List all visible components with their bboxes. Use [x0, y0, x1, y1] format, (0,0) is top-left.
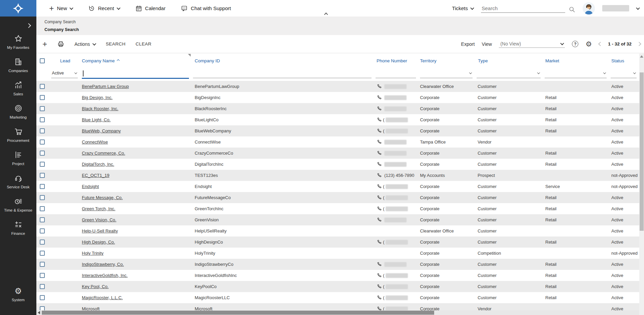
print-icon[interactable]	[57, 40, 64, 48]
search-input[interactable]	[481, 4, 565, 13]
select-all-checkbox[interactable]	[40, 58, 45, 63]
column-grip[interactable]	[188, 54, 191, 57]
company-id-filter-input[interactable]	[194, 70, 371, 75]
search-button[interactable]: SEARCH	[106, 41, 126, 46]
row-checkbox[interactable]	[40, 228, 45, 233]
table-row[interactable]: Help-U-Sell Realty HelpUSellRealty Clear…	[36, 225, 639, 237]
row-checkbox[interactable]	[40, 251, 45, 256]
table-row[interactable]: DigitalTorch, Inc. DigitalTorchInc Corpo…	[36, 159, 639, 170]
tickets-menu[interactable]: Tickets	[452, 5, 474, 11]
sidebar-item-time-expense[interactable]: Time & Expense	[0, 193, 36, 217]
table-row[interactable]: Future Message, Co. FutureMessageCo ( Co…	[36, 192, 639, 203]
scroll-up-arrow[interactable]	[640, 55, 643, 58]
calendar-button[interactable]: Calendar	[135, 5, 166, 12]
company-name-link[interactable]: Green Vision, Co.	[82, 217, 116, 222]
row-checkbox[interactable]	[40, 240, 45, 245]
horizontal-scrollbar[interactable]	[36, 310, 639, 315]
table-row[interactable]: High Design, Co. HighDesignCo ( Corporat…	[36, 237, 639, 248]
horizontal-scrollbar-thumb[interactable]	[42, 311, 434, 315]
table-row[interactable]: ConnectWise ConnectWise Tampa Office Ven…	[36, 136, 639, 148]
column-header-territory[interactable]: Territory	[419, 58, 475, 63]
search-icon[interactable]	[569, 6, 575, 13]
table-row[interactable]: MagicRooster, L.L.C. MagicRoosterLLC ( C…	[36, 292, 639, 303]
table-row[interactable]: Green Vision, Co. GreenVision Corporate …	[36, 214, 639, 225]
company-name-link[interactable]: Future Message, Co.	[82, 195, 123, 200]
avatar[interactable]	[583, 2, 595, 14]
row-checkbox[interactable]	[40, 84, 45, 89]
table-row[interactable]: IndigoStrawberry, Co. IndigoStrawberryCo…	[36, 259, 639, 270]
next-page-icon[interactable]	[637, 42, 641, 46]
row-checkbox[interactable]	[40, 162, 45, 167]
vertical-scrollbar-thumb[interactable]	[640, 72, 644, 231]
sidebar-item-sales[interactable]: Sales	[0, 77, 36, 100]
table-row[interactable]: InteractiveGoldfish, Inc. InteractiveGol…	[36, 270, 639, 281]
new-menu[interactable]: + New	[49, 5, 73, 12]
sidebar-item-marketing[interactable]: Marketing	[0, 100, 36, 124]
company-name-link[interactable]: MagicRooster, L.L.C.	[82, 295, 123, 300]
lead-filter-select[interactable]: Active	[51, 69, 78, 78]
phone-icon[interactable]	[377, 195, 382, 200]
company-name-link[interactable]: Green Torch, Inc.	[82, 206, 115, 211]
table-row[interactable]: Black Rooster, Inc. BlackRoosterInc Corp…	[36, 103, 639, 114]
phone-icon[interactable]	[377, 262, 382, 267]
scroll-left-arrow[interactable]	[38, 311, 40, 314]
column-header-market[interactable]: Market	[543, 58, 609, 63]
company-name-link[interactable]: IndigoStrawberry, Co.	[82, 262, 124, 267]
row-checkbox[interactable]	[40, 195, 45, 200]
sidebar-item-finance[interactable]: Finance	[0, 217, 36, 240]
company-name-link[interactable]: Holy Trinity	[82, 251, 103, 256]
row-checkbox[interactable]	[40, 173, 45, 178]
table-row[interactable]: Crazy Commerce, Co. CrazyCommerceCo Corp…	[36, 148, 639, 159]
table-row[interactable]: BenePartum Law Group BenePartumLawGroup …	[36, 81, 639, 92]
table-row[interactable]: Key Pool, Co. KeyPoolCo ( Corporate Cust…	[36, 281, 639, 292]
table-row[interactable]: Blue Light, Co. BlueLightCo ( Corporate …	[36, 114, 639, 125]
sidebar-item-procurement[interactable]: Procurement	[0, 124, 36, 147]
phone-filter-input[interactable]	[376, 70, 415, 75]
chevron-down-icon[interactable]	[636, 6, 640, 9]
view-select[interactable]: (No View)	[499, 40, 565, 48]
phone-icon[interactable]	[377, 151, 382, 156]
prev-page-icon[interactable]	[598, 42, 603, 46]
status-filter-select[interactable]	[611, 69, 637, 78]
territory-filter-select[interactable]	[420, 69, 473, 78]
sidebar-item-system[interactable]: ⚙ System	[0, 283, 36, 306]
company-name-link[interactable]: DigitalTorch, Inc.	[82, 162, 114, 167]
row-checkbox[interactable]	[40, 128, 45, 133]
actions-menu[interactable]: Actions	[74, 41, 96, 47]
sidebar-item-project[interactable]: Project	[0, 147, 36, 170]
company-name-link[interactable]: BenePartum Law Group	[82, 84, 129, 89]
phone-icon[interactable]	[377, 217, 382, 222]
table-row[interactable]: Holy Trinity HolyTrinity Corporate Compe…	[36, 248, 639, 259]
column-header-phone[interactable]: Phone Number	[374, 58, 419, 63]
row-checkbox[interactable]	[40, 295, 45, 300]
row-checkbox[interactable]	[40, 262, 45, 267]
phone-icon[interactable]	[377, 117, 382, 122]
phone-icon[interactable]	[377, 139, 382, 145]
company-name-filter-input[interactable]	[83, 70, 188, 75]
phone-icon[interactable]	[377, 84, 382, 89]
phone-icon[interactable]	[377, 295, 382, 300]
company-name-link[interactable]: Blue Light, Co.	[82, 117, 110, 122]
row-checkbox[interactable]	[40, 117, 45, 122]
sidebar-item-companies[interactable]: Companies	[0, 54, 36, 77]
row-checkbox[interactable]	[40, 139, 45, 145]
type-filter-select[interactable]	[477, 69, 541, 78]
company-name-link[interactable]: Endsight	[82, 184, 99, 189]
company-name-link[interactable]: Help-U-Sell Realty	[82, 228, 118, 233]
row-checkbox[interactable]	[40, 106, 45, 111]
company-name-link[interactable]: Big Design, Inc.	[82, 95, 112, 100]
company-name-link[interactable]: Crazy Commerce, Co.	[82, 151, 125, 156]
collapse-header-caret[interactable]	[325, 11, 327, 17]
row-checkbox[interactable]	[40, 206, 45, 211]
phone-icon[interactable]	[377, 128, 382, 133]
phone-icon[interactable]	[377, 240, 382, 245]
table-row[interactable]: BlueWeb, Company BlueWebCompany ( Corpor…	[36, 125, 639, 136]
sidebar-item-service-desk[interactable]: Service Desk	[0, 170, 36, 193]
company-name-link[interactable]: ConnectWise	[82, 139, 108, 145]
column-header-lead[interactable]: Lead	[50, 58, 80, 63]
phone-icon[interactable]	[377, 106, 382, 111]
app-logo[interactable]	[0, 0, 36, 17]
phone-icon[interactable]	[377, 284, 382, 289]
company-name-link[interactable]: High Design, Co.	[82, 240, 115, 245]
table-row[interactable]: Endsight Endsight ( Corporate Customer S…	[36, 181, 639, 192]
